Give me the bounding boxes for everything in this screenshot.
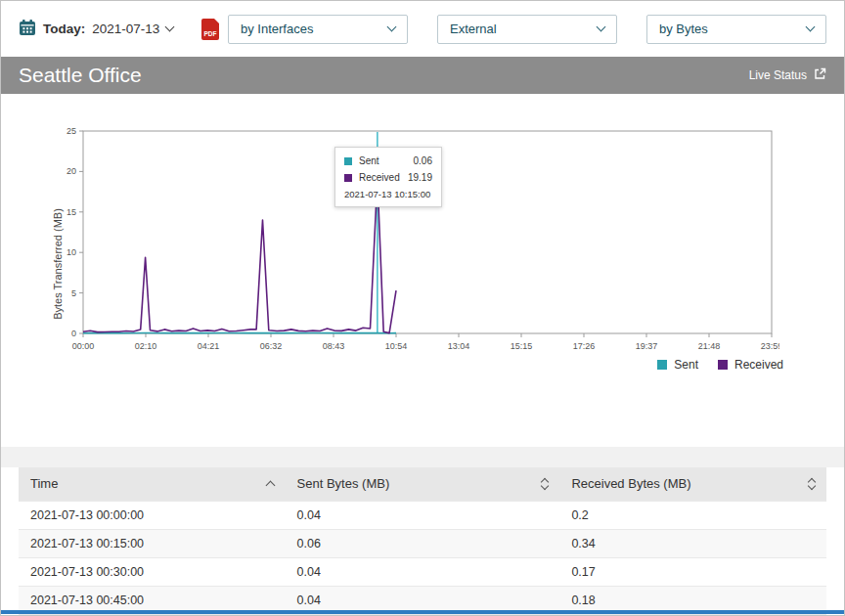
chart-legend: Sent Received [1, 358, 844, 372]
chevron-down-icon [597, 22, 606, 32]
date-picker[interactable]: Today: 2021-07-13 [19, 19, 173, 40]
interfaces-dropdown[interactable]: by Interfaces [228, 15, 408, 44]
section-header: Seattle Office Live Status [1, 57, 844, 94]
table-row: 2021-07-13 00:00:000.040.2 [19, 501, 826, 529]
live-status-label: Live Status [749, 68, 807, 82]
tooltip-sent-label: Sent [359, 155, 414, 166]
received-swatch [344, 174, 352, 182]
svg-text:25: 25 [67, 126, 76, 136]
date-label: Today: [43, 22, 85, 36]
svg-text:5: 5 [71, 288, 76, 298]
table-cell: 0.04 [286, 501, 560, 529]
column-header-time[interactable]: Time [19, 467, 286, 501]
sent-swatch [657, 360, 667, 370]
received-swatch [718, 360, 728, 370]
svg-text:04:21: 04:21 [198, 341, 220, 351]
live-status-link[interactable]: Live Status [749, 67, 826, 83]
table-cell: 2021-07-13 00:30:00 [19, 557, 286, 586]
direction-dropdown[interactable]: External [437, 15, 617, 44]
toolbar: Today: 2021-07-13 PDF by Interfaces Exte… [1, 1, 844, 57]
page-title: Seattle Office [19, 64, 142, 87]
sent-swatch [344, 157, 352, 165]
svg-text:06:32: 06:32 [260, 341, 283, 351]
traffic-table: Time Sent Bytes (MB) Received Bytes (MB) [19, 467, 826, 616]
table-cell: 0.06 [286, 529, 560, 557]
svg-text:10:54: 10:54 [385, 341, 408, 351]
chart-tooltip: Sent 0.06 Received 19.19 2021-07-13 10:1… [334, 147, 442, 207]
chevron-down-icon [387, 22, 397, 32]
tooltip-sent-value: 0.06 [414, 155, 432, 166]
sort-ascending-icon [265, 481, 275, 491]
units-dropdown-value: by Bytes [659, 22, 708, 36]
traffic-report-page: Today: 2021-07-13 PDF by Interfaces Exte… [0, 0, 845, 616]
pdf-export-button[interactable]: PDF [201, 19, 219, 40]
svg-text:17:26: 17:26 [573, 341, 596, 351]
calendar-icon [19, 19, 36, 40]
svg-text:21:48: 21:48 [698, 341, 721, 351]
sort-icon [542, 479, 548, 489]
tooltip-received-label: Received [359, 172, 408, 183]
svg-text:10: 10 [67, 247, 76, 257]
sort-icon [809, 479, 815, 489]
chart-section: Bytes Transferred (MB) 051015202500:0002… [1, 125, 844, 447]
tooltip-sent-row: Sent 0.06 [344, 155, 432, 166]
legend-item-sent[interactable]: Sent [657, 358, 698, 372]
svg-text:15:15: 15:15 [511, 341, 533, 351]
horizontal-scrollbar[interactable] [1, 610, 844, 614]
svg-text:15: 15 [67, 207, 76, 217]
column-header-sent[interactable]: Sent Bytes (MB) [286, 467, 560, 501]
table-header-row: Time Sent Bytes (MB) Received Bytes (MB) [19, 467, 826, 501]
table-cell: 2021-07-13 00:00:00 [19, 501, 286, 529]
direction-dropdown-value: External [450, 22, 497, 36]
date-value: 2021-07-13 [92, 22, 159, 36]
table-cell: 0.04 [286, 557, 560, 586]
traffic-table-section: Time Sent Bytes (MB) Received Bytes (MB) [1, 467, 844, 616]
column-label: Received Bytes (MB) [571, 476, 690, 491]
units-dropdown[interactable]: by Bytes [646, 15, 826, 44]
table-cell: 2021-07-13 00:15:00 [19, 529, 286, 557]
table-cell: 0.34 [559, 529, 826, 557]
interfaces-dropdown-value: by Interfaces [241, 22, 313, 36]
svg-text:13:04: 13:04 [448, 341, 470, 351]
chevron-down-icon [806, 22, 816, 32]
svg-text:0: 0 [71, 329, 76, 338]
column-label: Time [30, 476, 58, 491]
legend-item-received[interactable]: Received [718, 358, 783, 372]
svg-text:23:59: 23:59 [761, 341, 779, 351]
svg-text:08:43: 08:43 [323, 341, 345, 351]
table-row: 2021-07-13 00:30:000.040.17 [19, 557, 826, 586]
section-separator [1, 447, 844, 467]
tooltip-received-row: Received 19.19 [344, 172, 432, 183]
y-axis-label: Bytes Transferred (MB) [52, 208, 64, 320]
svg-text:19:37: 19:37 [636, 341, 658, 351]
column-label: Sent Bytes (MB) [297, 476, 390, 491]
table-row: 2021-07-13 00:15:000.060.34 [19, 529, 826, 557]
legend-sent-label: Sent [674, 358, 698, 372]
svg-text:20: 20 [67, 166, 76, 176]
chevron-down-icon [165, 22, 175, 32]
legend-received-label: Received [734, 358, 783, 372]
tooltip-received-value: 19.19 [408, 172, 432, 183]
table-cell: 0.2 [559, 501, 826, 529]
column-header-received[interactable]: Received Bytes (MB) [559, 467, 826, 501]
pdf-icon: PDF [201, 19, 219, 40]
svg-text:02:10: 02:10 [135, 341, 157, 351]
tooltip-timestamp: 2021-07-13 10:15:00 [344, 189, 432, 199]
external-link-icon [814, 67, 826, 83]
svg-text:00:00: 00:00 [72, 341, 95, 351]
table-cell: 0.17 [559, 557, 826, 586]
